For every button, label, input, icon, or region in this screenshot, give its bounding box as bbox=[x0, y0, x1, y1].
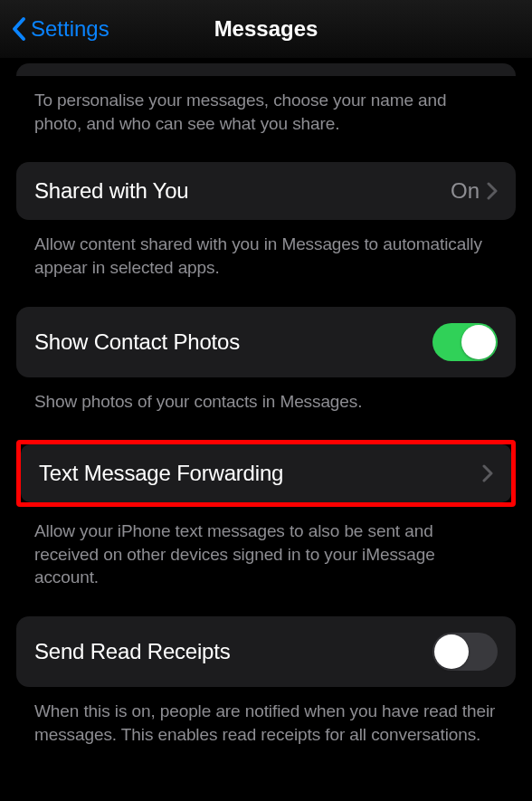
footer-read-receipts: When this is on, people are notified whe… bbox=[16, 687, 516, 746]
send-read-receipts-row[interactable]: Send Read Receipts bbox=[16, 616, 516, 687]
chevron-left-icon bbox=[11, 16, 27, 42]
group-forwarding: Text Message Forwarding Allow your iPhon… bbox=[16, 440, 516, 589]
row-right: On bbox=[451, 178, 498, 204]
row-right bbox=[482, 464, 493, 482]
row-label: Text Message Forwarding bbox=[39, 461, 283, 486]
group-read-receipts: Send Read Receipts When this is on, peop… bbox=[16, 616, 516, 746]
group-shared: Shared with You On Allow content shared … bbox=[16, 162, 516, 279]
row-label: Shared with You bbox=[34, 178, 188, 204]
group-personalize: To personalise your messages, choose you… bbox=[16, 63, 516, 135]
footer-forwarding: Allow your iPhone text messages to also … bbox=[16, 507, 516, 589]
contact-photos-toggle[interactable] bbox=[432, 323, 498, 361]
chevron-right-icon bbox=[482, 464, 493, 482]
back-button[interactable]: Settings bbox=[11, 16, 109, 42]
content-area: To personalise your messages, choose you… bbox=[0, 63, 532, 746]
row-label: Send Read Receipts bbox=[34, 639, 231, 664]
show-contact-photos-row[interactable]: Show Contact Photos bbox=[16, 307, 516, 377]
nav-header: Settings Messages bbox=[0, 0, 532, 58]
footer-shared: Allow content shared with you in Message… bbox=[16, 220, 516, 279]
row-label: Show Contact Photos bbox=[34, 329, 240, 355]
group-contact-photos: Show Contact Photos Show photos of your … bbox=[16, 307, 516, 414]
read-receipts-toggle[interactable] bbox=[432, 633, 498, 671]
footer-contact-photos: Show photos of your contacts in Messages… bbox=[16, 377, 516, 414]
footer-personalize: To personalise your messages, choose you… bbox=[16, 76, 516, 135]
toggle-knob bbox=[461, 325, 496, 359]
row-partial-top[interactable] bbox=[16, 63, 516, 76]
text-message-forwarding-row[interactable]: Text Message Forwarding bbox=[21, 444, 511, 502]
chevron-right-icon bbox=[487, 182, 498, 200]
highlight-box: Text Message Forwarding bbox=[16, 440, 516, 507]
shared-with-you-row[interactable]: Shared with You On bbox=[16, 162, 516, 220]
row-value: On bbox=[451, 178, 480, 204]
toggle-knob bbox=[434, 634, 469, 669]
back-label: Settings bbox=[31, 16, 109, 42]
